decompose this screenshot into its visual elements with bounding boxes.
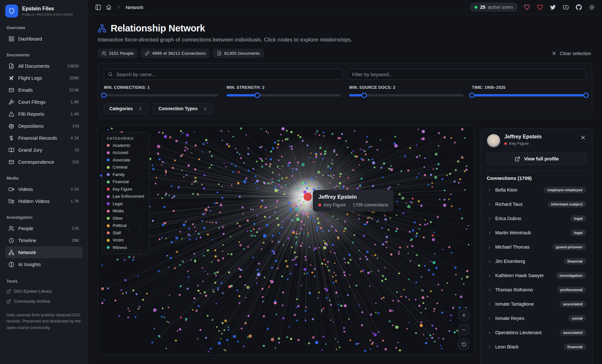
zoom-reset-button[interactable] bbox=[458, 339, 469, 350]
sidebar-item-depositions[interactable]: Depositions 143 bbox=[5, 120, 82, 132]
network-graph-canvas[interactable]: CATEGORIES Academic Accused Associate Cr… bbox=[98, 125, 474, 355]
slider-thumb[interactable] bbox=[255, 93, 260, 98]
sidebar-item-fbi-reports[interactable]: FBI Reports 1.4K bbox=[5, 108, 82, 120]
clear-selection-label: Clear selection bbox=[560, 51, 591, 56]
sidebar-item-court-filings[interactable]: Court Filings 1.8K bbox=[5, 96, 82, 108]
sidebar-item-people[interactable]: People 17K bbox=[5, 222, 82, 234]
sidebar-item-hidden-videos[interactable]: Hidden Videos 1.7K bbox=[5, 195, 82, 207]
categories-dropdown-button[interactable]: Categories bbox=[104, 103, 148, 114]
sidebar-footer-text: Data sourced from publicly released DOJ … bbox=[6, 312, 81, 331]
connection-row[interactable]: Inmate Tartaglione associated bbox=[487, 297, 587, 311]
connection-row[interactable]: Jim Eisenberg financial bbox=[487, 254, 587, 268]
view-full-profile-button[interactable]: View full profile bbox=[487, 153, 587, 165]
sidebar-item-label: AI Insights bbox=[18, 262, 41, 267]
connection-row[interactable]: Richard Taus informant-subject bbox=[487, 197, 587, 211]
slider-track[interactable] bbox=[349, 92, 463, 98]
heart-icon[interactable] bbox=[537, 4, 543, 10]
legend-item-media[interactable]: Media bbox=[107, 209, 144, 213]
slider-track[interactable] bbox=[227, 92, 341, 98]
legend-item-staff[interactable]: Staff bbox=[107, 231, 144, 235]
connection-row[interactable]: Operations Lieutenant associated bbox=[487, 325, 587, 340]
clear-selection-button[interactable]: Clear selection bbox=[551, 51, 592, 56]
stat-chip: 61305 Documents bbox=[213, 49, 264, 58]
sidebar-item-emails[interactable]: Emails 513K bbox=[5, 84, 82, 96]
page-subtitle: Interactive force-directed graph of conn… bbox=[98, 37, 592, 43]
zoom-minus-button[interactable] bbox=[458, 324, 469, 335]
category-dot bbox=[107, 195, 110, 198]
legend-item-witness[interactable]: Witness bbox=[107, 245, 144, 250]
close-panel-button[interactable] bbox=[579, 134, 587, 141]
heart-icon[interactable] bbox=[524, 4, 530, 10]
sidebar-item-financial-records[interactable]: Financial Records 4.1K bbox=[5, 132, 82, 144]
legend-item-academic[interactable]: Academic bbox=[107, 143, 144, 148]
sidebar-item-label: Timeline bbox=[18, 238, 36, 243]
brand[interactable]: Epstein Files PUBLIC RECORD EXPLORER bbox=[5, 5, 82, 18]
sidebar-item-ai-insights[interactable]: AI Insights bbox=[5, 258, 82, 270]
youtube-icon[interactable] bbox=[563, 4, 569, 10]
sidebar-item-videos[interactable]: Videos 2.1K bbox=[5, 183, 82, 195]
connection-row[interactable]: Leon Black financial bbox=[487, 340, 587, 354]
chevron-right-icon bbox=[487, 274, 492, 278]
mail-icon bbox=[8, 159, 14, 165]
section-label: Overview bbox=[6, 25, 82, 30]
chevron-right-icon bbox=[487, 245, 492, 249]
legend-item-financial[interactable]: Financial bbox=[107, 180, 144, 184]
people-icon bbox=[8, 226, 14, 231]
category-dot bbox=[107, 188, 110, 191]
legend-item-legal[interactable]: Legal bbox=[107, 202, 144, 206]
github-icon[interactable] bbox=[576, 4, 582, 10]
sun-icon[interactable] bbox=[589, 4, 595, 10]
search-input[interactable] bbox=[104, 69, 343, 80]
tooltip-name: Jeffrey Epstein bbox=[318, 194, 388, 200]
sidebar-item-all-documents[interactable]: All Documents 1380K bbox=[5, 60, 82, 72]
zoom-plus-button[interactable] bbox=[458, 310, 469, 321]
legend-item-key-figure[interactable]: Key Figure bbox=[107, 187, 144, 192]
page-title: Relationship Network bbox=[111, 23, 205, 34]
tool-link-doj-epstein-library[interactable]: DOJ Epstein Library bbox=[5, 286, 82, 296]
sidebar-item-timeline[interactable]: Timeline 28K bbox=[5, 234, 82, 246]
keyword-filter-input[interactable] bbox=[347, 69, 586, 80]
home-button[interactable] bbox=[106, 4, 112, 10]
sidebar-item-dashboard[interactable]: Dashboard bbox=[5, 33, 82, 45]
legend-item-law-enforcement[interactable]: Law Enforcement bbox=[107, 194, 144, 199]
connection-row[interactable]: Michael Thomas guard-prisoner bbox=[487, 240, 587, 254]
twitter-icon[interactable] bbox=[550, 4, 556, 10]
connection-row[interactable]: Kathleen Hawk Sawyer investigation bbox=[487, 268, 587, 283]
legend-item-accused[interactable]: Accused bbox=[107, 150, 144, 155]
breadcrumb: Network bbox=[126, 5, 143, 10]
sidebar-item-label: Financial Records bbox=[18, 135, 57, 141]
legend-item-other[interactable]: Other bbox=[107, 216, 144, 221]
connection-row[interactable]: Thomas Rofranno professional bbox=[487, 283, 587, 297]
sidebar-item-label: Depositions bbox=[18, 123, 43, 129]
sidebar-item-grand-jury[interactable]: Grand Jury 15 bbox=[5, 144, 82, 156]
main-area: Network 25 active users Relationship Net… bbox=[88, 0, 602, 364]
sidebar-item-correspondence[interactable]: Correspondence 11K bbox=[5, 156, 82, 168]
connection-row[interactable]: Bella Klein employer-employee bbox=[487, 183, 587, 197]
panel-left-icon bbox=[95, 4, 101, 10]
legend-item-political[interactable]: Political bbox=[107, 223, 144, 228]
tooltip-category: Key Figure bbox=[324, 202, 346, 207]
slider-track[interactable] bbox=[472, 92, 586, 98]
connection-types-dropdown-button[interactable]: Connection Types bbox=[153, 103, 213, 114]
slider-thumb[interactable] bbox=[469, 93, 475, 98]
legend-item-associate[interactable]: Associate bbox=[107, 158, 144, 162]
slider-thumb[interactable] bbox=[101, 93, 107, 98]
connection-row[interactable]: Martin Weintraub legal bbox=[487, 226, 587, 240]
legend-item-family[interactable]: Family bbox=[107, 172, 144, 177]
sidebar-item-network[interactable]: Network bbox=[5, 246, 82, 258]
slider-thumb[interactable] bbox=[584, 93, 589, 98]
force-graph[interactable] bbox=[98, 126, 474, 354]
legend-item-criminal[interactable]: Criminal bbox=[107, 165, 144, 170]
sidebar-item-flight-logs[interactable]: Flight Logs 209K bbox=[5, 72, 82, 84]
connection-row[interactable]: Erica Dubno legal bbox=[487, 211, 587, 226]
legend-item-victim[interactable]: Victim bbox=[107, 238, 144, 242]
connection-row[interactable]: Inmate Reyes social bbox=[487, 311, 587, 325]
slider-track[interactable] bbox=[104, 92, 218, 98]
tool-link-community-archive[interactable]: Community Archive bbox=[5, 296, 82, 306]
file-icon bbox=[8, 63, 14, 69]
sidebar-toggle-button[interactable] bbox=[95, 4, 101, 10]
slider-thumb[interactable] bbox=[361, 93, 367, 98]
chevron-right-icon bbox=[487, 316, 492, 321]
categories-legend: CATEGORIES Academic Accused Associate Cr… bbox=[102, 132, 150, 254]
item-count: 1.4K bbox=[70, 112, 79, 116]
